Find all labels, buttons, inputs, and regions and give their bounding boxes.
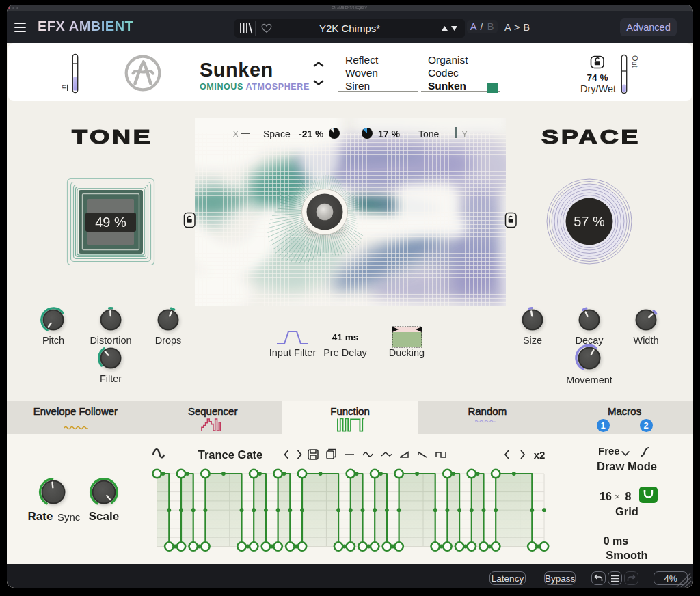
svg-text:Free: Free <box>598 445 620 457</box>
svg-text:Smooth: Smooth <box>606 549 647 561</box>
svg-text:×: × <box>615 491 620 502</box>
svg-text:x2: x2 <box>534 449 546 461</box>
svg-text:0 ms: 0 ms <box>604 535 629 547</box>
svg-text:8: 8 <box>625 491 632 502</box>
svg-text:16: 16 <box>600 491 612 502</box>
svg-text:49 %: 49 % <box>95 215 126 230</box>
svg-text:Draw Mode: Draw Mode <box>597 460 657 472</box>
svg-text:Grid: Grid <box>615 505 638 517</box>
svg-text:Out: Out <box>631 55 639 68</box>
svg-text:In: In <box>59 85 68 91</box>
svg-text:57 %: 57 % <box>574 214 605 229</box>
svg-text:Trance Gate: Trance Gate <box>198 448 262 461</box>
